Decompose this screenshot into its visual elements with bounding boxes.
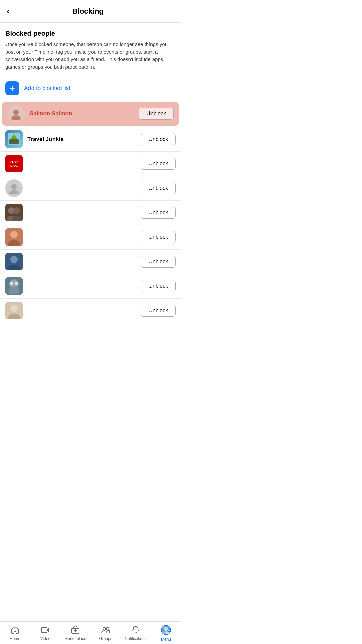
page-title: Blocking <box>14 7 162 16</box>
unblock-button[interactable]: Unblock <box>141 231 176 243</box>
unblock-button[interactable]: Unblock <box>141 207 176 219</box>
unblock-button[interactable]: Unblock <box>141 158 176 170</box>
avatar <box>5 277 23 295</box>
blocked-item: Unblock <box>0 299 181 323</box>
avatar <box>5 302 23 319</box>
back-button[interactable]: ‹ <box>5 5 14 18</box>
unblock-button[interactable]: Unblock <box>141 182 176 194</box>
svg-point-22 <box>15 282 18 285</box>
avatar: HTP MAAZ <box>5 155 23 172</box>
unblock-button[interactable]: Unblock <box>141 256 176 268</box>
blocked-item: HTP MAAZ Unblock <box>0 152 181 176</box>
blocked-people-section: Blocked people Once you've blocked someo… <box>0 23 181 76</box>
section-description: Once you've blocked someone, that person… <box>5 41 176 71</box>
person-name: Saimon Saimon <box>29 110 139 117</box>
svg-rect-3 <box>9 139 19 144</box>
unblock-button[interactable]: Unblock <box>141 133 176 145</box>
unblock-button[interactable]: Unblock <box>141 305 176 317</box>
svg-point-5 <box>11 184 17 190</box>
blocked-item: Travel Junkie Unblock <box>0 127 181 152</box>
blocked-item: Unblock <box>0 201 181 225</box>
svg-point-24 <box>10 305 18 312</box>
blocked-list: Saimon Saimon Unblock Travel Junkie Unbl… <box>0 102 181 323</box>
blocked-item: Saimon Saimon Unblock <box>2 102 179 126</box>
add-icon: + <box>5 81 19 95</box>
unblock-button[interactable]: Unblock <box>139 108 174 120</box>
avatar <box>5 179 23 197</box>
header: ‹ Blocking <box>0 0 181 23</box>
blocked-item: Unblock <box>0 176 181 201</box>
blocked-item: Unblock <box>0 250 181 274</box>
section-heading: Blocked people <box>5 30 176 37</box>
blocked-item: Unblock <box>0 274 181 299</box>
svg-point-1 <box>11 115 21 120</box>
svg-point-9 <box>13 207 20 214</box>
svg-point-16 <box>10 256 18 263</box>
blocked-item: Unblock <box>0 225 181 250</box>
avatar <box>5 253 23 270</box>
svg-point-6 <box>9 190 19 194</box>
avatar <box>7 105 25 122</box>
add-to-blocked-list[interactable]: + Add to blocked list <box>0 76 181 100</box>
svg-point-0 <box>13 110 19 115</box>
svg-rect-20 <box>9 287 19 294</box>
svg-point-13 <box>10 231 18 238</box>
unblock-button[interactable]: Unblock <box>141 280 176 292</box>
avatar <box>5 204 23 221</box>
avatar <box>5 130 23 148</box>
person-name: Travel Junkie <box>27 136 141 143</box>
add-blocked-label: Add to blocked list <box>24 85 70 92</box>
avatar <box>5 228 23 246</box>
svg-point-21 <box>10 282 13 285</box>
